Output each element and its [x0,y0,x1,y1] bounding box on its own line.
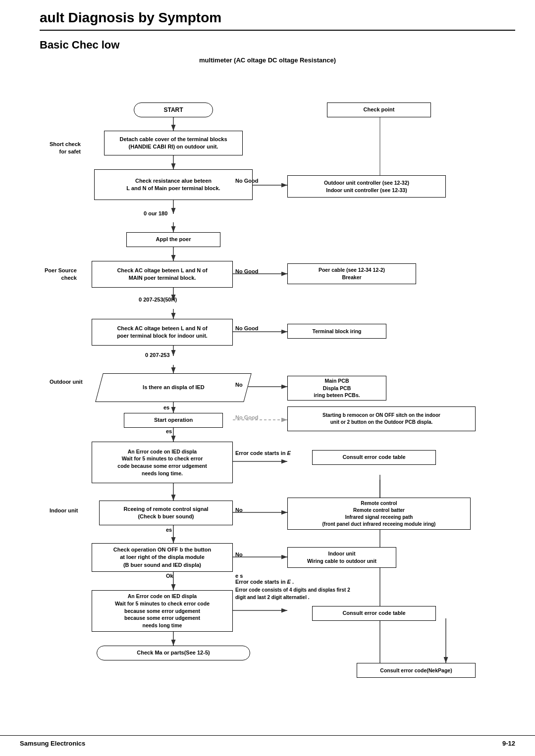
outdoor-controller-node: Outdoor unit controller (see 12-32)Indoo… [287,175,446,198]
error-4digits: Error code consists of 4 digits and disp… [235,586,433,601]
ok-label: Ok [166,573,173,579]
detach-cable-node: Detach cable cover of the terminal block… [104,131,243,155]
no-good-2-label: No Good [235,268,258,274]
appl-power-node: Appl the poer [126,232,220,247]
no-display-label: No [235,382,243,388]
consult-2-node: Consult error code table [312,606,436,621]
no-onoff-label: No [235,552,243,557]
indoor-unit2-node: Indoor unitWiring cable to outdoor unit [287,547,396,568]
section-title: Basic Chec low [40,39,515,51]
yes-2-label: es [166,428,172,434]
consult-next-node: Consult error code(NekPage) [357,663,476,678]
starting-remocon-node: Starting b remocon or ON OFF sitch on th… [287,406,476,431]
check-ac2-node: Check AC oltage beteen L and N ofpoer te… [92,319,233,346]
check-onoff-node: Check operation ON OFF b the buttonat lo… [92,543,233,572]
footer: Samsung Electronics 9-12 [0,735,535,751]
indoor-unit-label: Indoor unit [50,507,78,514]
check-ac1-node: Check AC oltage beteen L and N ofMAIN po… [92,261,233,288]
display-diamond: Is there an displa of IED [95,373,252,402]
footer-right: 9-12 [502,740,515,747]
ohm-180-label: 0 our 180 [144,210,167,216]
no-good-1-label: No Good [235,178,258,184]
ohm-207-label: 0 207-253 [145,352,170,358]
check-resistance-node: Check resistance alue beteenL and N of M… [94,169,253,200]
error-starts-label: Error code starts in E [235,450,291,456]
check-point-node: Check point [327,102,431,117]
page-title: ault Diagnosis by Symptom [40,10,515,31]
yes-display-label: es [163,404,169,410]
terminal-wiring-node: Terminal block iring [287,324,386,339]
no-signal-label: No [235,507,243,513]
diagram: Short checkfor safet Poer Sourcecheck Ou… [20,74,515,717]
yes-receive-label: es [166,527,172,533]
footer-left: Samsung Electronics [20,740,85,747]
receiving-node: Rceeing of remote control signal(Check b… [99,501,233,525]
subtitle: multimeter (AC oltage DC oltage Resistan… [20,56,515,64]
ohm-50h-label: 0 207-253(50H) [139,297,177,302]
power-cable-node: Poer cable (see 12-34 12-2)Breaker [287,263,416,284]
error-led2-node: An Error code on IED displaWait for 5 mi… [92,590,233,632]
outdoor-unit-label: Outdoor unit [50,378,83,386]
yes-e-label: e s [235,573,243,579]
error-led1-node: An Error code on IED displaWait for 5 mi… [92,442,233,483]
check-ma-node: Check Ma or parts(See 12-5) [97,646,250,660]
consult-1-node: Consult error code table [312,450,436,465]
start-node: START [134,102,213,117]
page: ault Diagnosis by Symptom Basic Chec low… [0,0,535,756]
power-source-label: Poer Sourcecheck [45,267,77,282]
start-operation-node: Start operation [124,413,223,428]
error-starts-2: Error code starts in E . [235,579,294,585]
short-check-label: Short checkfor safet [50,141,81,156]
no-good-dashed-label: No Good [235,414,258,420]
no-good-3-label: No Good [235,325,258,331]
remote-control-node: Remote controlRemote control batterInfra… [287,498,471,530]
main-pcb-node: Main PCBDispla PCBiring beteen PCBs. [287,376,386,401]
